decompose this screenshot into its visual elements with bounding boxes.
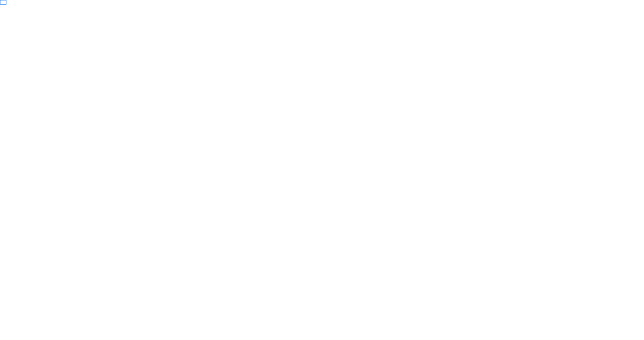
connectors-layer xyxy=(0,0,644,340)
node-profile-view xyxy=(0,0,6,5)
diagram-canvas: { "colors": { "primary": "#3184f4", "bac… xyxy=(0,0,644,340)
